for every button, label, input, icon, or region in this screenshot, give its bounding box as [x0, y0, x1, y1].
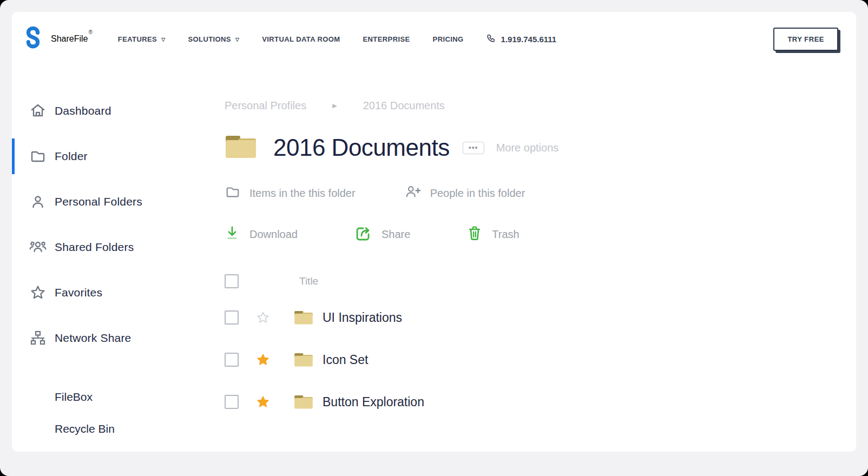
download-icon [225, 225, 240, 244]
files-table: Title UI Inspirations [225, 274, 856, 415]
tab-label: People in this folder [430, 187, 525, 200]
phone-number: 1.919.745.6111 [501, 35, 557, 44]
table-header: Title [225, 274, 856, 289]
row-title[interactable]: UI Inspirations [323, 310, 402, 325]
page-title: 2016 Documents [273, 134, 450, 161]
more-options-button[interactable]: ••• [463, 142, 484, 154]
person-icon [29, 193, 47, 210]
select-all-checkbox[interactable] [225, 274, 239, 288]
action-label: Download [249, 228, 298, 241]
ellipsis-icon: ••• [469, 143, 478, 152]
nav-item-virtual-data-room[interactable]: VIRTUAL DATA ROOM [262, 35, 340, 43]
row-checkbox[interactable] [225, 310, 239, 325]
sidebar-item-label: Network Share [55, 332, 131, 345]
folder-icon [294, 310, 313, 325]
sidebar-item-dashboard[interactable]: Dashboard [12, 88, 225, 134]
try-free-button[interactable]: TRY FREE [773, 28, 838, 51]
phone-contact[interactable]: 1.919.745.6111 [486, 34, 557, 44]
phone-icon [486, 34, 496, 44]
sidebar-item-label: Favorites [55, 286, 102, 299]
app-frame: ShareFile® FEATURES ▽ SOLUTIONS ▽ VIRTUA… [0, 0, 868, 476]
network-icon [29, 329, 47, 347]
action-label: Share [382, 228, 410, 241]
chevron-down-icon: ▽ [161, 37, 165, 42]
top-navigation: ShareFile® FEATURES ▽ SOLUTIONS ▽ VIRTUA… [12, 12, 856, 66]
more-options-label: More options [496, 142, 559, 154]
sidebar-item-recycle-bin[interactable]: Recycle Bin [12, 413, 225, 445]
main-content: Personal Profiles ▶ 2016 Documents 2016 … [225, 66, 856, 445]
home-icon [29, 102, 47, 120]
sidebar-item-favorites[interactable]: Favorites [12, 270, 225, 315]
download-button[interactable]: Download [225, 225, 298, 244]
breadcrumb-current: 2016 Documents [363, 100, 445, 112]
tab-label: Items in the this folder [249, 187, 356, 200]
sidebar-item-label: Shared Folders [55, 241, 134, 254]
row-title[interactable]: Icon Set [323, 353, 368, 367]
trash-button[interactable]: Trash [467, 225, 519, 244]
trash-icon [467, 225, 482, 244]
tab-people-in-folder[interactable]: People in this folder [404, 184, 525, 203]
folder-outline-icon [225, 184, 241, 203]
star-icon [29, 284, 47, 301]
folder-icon [29, 148, 47, 165]
sidebar-item-personal-folders[interactable]: Personal Folders [12, 179, 225, 224]
nav-item-solutions[interactable]: SOLUTIONS ▽ [188, 35, 239, 43]
action-label: Trash [492, 228, 519, 241]
sharefile-logo[interactable]: ShareFile® [21, 25, 92, 52]
sidebar-item-label: Personal Folders [55, 195, 142, 208]
folder-actions: Download Share Trash [225, 224, 856, 244]
registered-mark: ® [88, 29, 92, 35]
body-wrap: Dashboard Folder Personal Folders Shared… [12, 66, 856, 445]
row-title[interactable]: Button Exploration [323, 395, 424, 409]
sidebar-item-label: Dashboard [55, 104, 111, 117]
breadcrumb-arrow-icon: ▶ [332, 102, 337, 109]
breadcrumb-parent[interactable]: Personal Profiles [225, 100, 306, 112]
share-button[interactable]: Share [354, 225, 410, 244]
star-filled-icon[interactable] [255, 394, 271, 409]
sidebar-item-label: Folder [55, 150, 88, 163]
nav-item-features[interactable]: FEATURES ▽ [118, 35, 166, 43]
sidebar-item-network-share[interactable]: Network Share [12, 315, 225, 361]
table-row[interactable]: Button Exploration [225, 388, 856, 415]
folder-icon [294, 352, 313, 367]
row-checkbox[interactable] [225, 353, 239, 367]
star-outline-icon[interactable] [255, 310, 271, 325]
sidebar-item-filebox[interactable]: FileBox [12, 381, 225, 413]
folder-icon [294, 394, 313, 409]
people-icon [29, 239, 47, 256]
table-row[interactable]: Icon Set [225, 346, 856, 373]
nav-item-enterprise[interactable]: ENTERPRISE [363, 35, 410, 43]
sidebar-item-folder[interactable]: Folder [12, 134, 225, 179]
nav-item-pricing[interactable]: PRICING [433, 35, 464, 43]
brand-name: ShareFile® [51, 34, 92, 44]
folder-tabs: Items in the this folder People in this … [225, 183, 856, 203]
breadcrumb: Personal Profiles ▶ 2016 Documents [225, 100, 856, 112]
table-row[interactable]: UI Inspirations [225, 304, 856, 331]
page-card: ShareFile® FEATURES ▽ SOLUTIONS ▽ VIRTUA… [12, 12, 856, 452]
tab-items-in-folder[interactable]: Items in the this folder [225, 184, 356, 203]
column-header-title: Title [299, 275, 318, 287]
sidebar-item-shared-folders[interactable]: Shared Folders [12, 224, 225, 270]
folder-icon [225, 134, 257, 161]
sidebar-secondary: FileBox Recycle Bin [12, 381, 225, 445]
person-add-icon [404, 184, 422, 203]
row-checkbox[interactable] [225, 395, 239, 409]
sharefile-logo-icon [21, 25, 45, 52]
folder-title-row: 2016 Documents ••• More options [225, 131, 856, 164]
share-icon [354, 225, 372, 244]
star-filled-icon[interactable] [255, 352, 271, 367]
chevron-down-icon: ▽ [235, 37, 239, 42]
sidebar: Dashboard Folder Personal Folders Shared… [12, 66, 225, 445]
main-nav: FEATURES ▽ SOLUTIONS ▽ VIRTUAL DATA ROOM… [118, 35, 464, 43]
